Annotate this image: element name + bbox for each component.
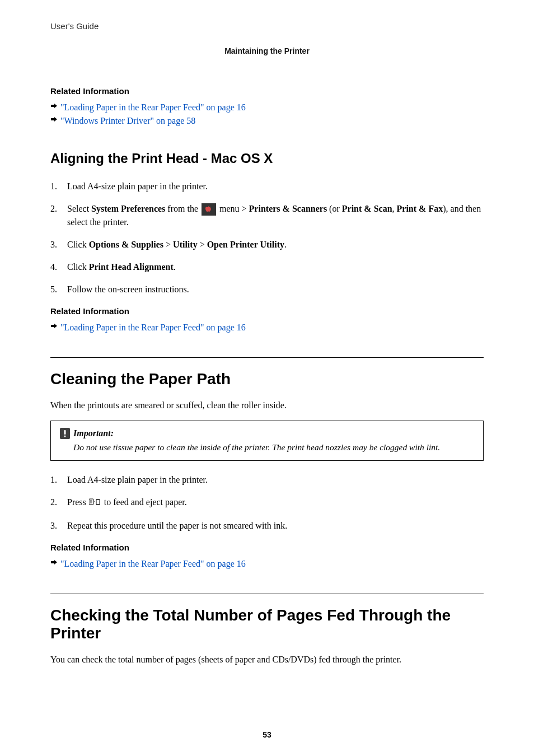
page-number: 53 bbox=[0, 730, 534, 739]
list-item: 1. Load A4-size plain paper in the print… bbox=[50, 473, 484, 487]
list-number: 1. bbox=[50, 473, 60, 487]
section-title: Maintaining the Printer bbox=[50, 46, 484, 55]
related-link[interactable]: "Loading Paper in the Rear Paper Feed" o… bbox=[60, 559, 246, 569]
list-number: 5. bbox=[50, 283, 60, 296]
arrow-icon bbox=[50, 559, 57, 569]
heading-cleaning: Cleaning the Paper Path bbox=[50, 357, 484, 388]
related-link-row: "Windows Printer Driver" on page 58 bbox=[50, 116, 484, 126]
related-info-heading: Related Information bbox=[50, 306, 484, 316]
important-label: Important: bbox=[73, 428, 114, 438]
related-link-row: "Loading Paper in the Rear Paper Feed" o… bbox=[50, 102, 484, 113]
list-text: Select System Preferences from the menu … bbox=[67, 202, 484, 229]
related-info-heading: Related Information bbox=[50, 543, 484, 552]
svg-point-1 bbox=[64, 436, 66, 437]
list-text: Click Print Head Alignment. bbox=[67, 260, 484, 274]
list-item: 1. Load A4-size plain paper in the print… bbox=[50, 180, 484, 193]
body-text: When the printouts are smeared or scuffe… bbox=[50, 400, 484, 410]
important-note: Important: Do not use tissue paper to cl… bbox=[50, 421, 484, 461]
related-link[interactable]: "Loading Paper in the Rear Paper Feed" o… bbox=[60, 323, 246, 333]
list-item: 3. Click Options & Supplies > Utility > … bbox=[50, 238, 484, 251]
list-item: 2. Select System Preferences from the me… bbox=[50, 202, 484, 229]
related-link-row: "Loading Paper in the Rear Paper Feed" o… bbox=[50, 559, 484, 569]
related-link[interactable]: "Windows Printer Driver" on page 58 bbox=[60, 116, 195, 126]
list-text: Repeat this procedure until the paper is… bbox=[67, 519, 484, 533]
important-text: Do not use tissue paper to clean the ins… bbox=[60, 442, 474, 452]
list-number: 4. bbox=[50, 260, 60, 274]
list-item: 5. Follow the on-screen instructions. bbox=[50, 283, 484, 296]
body-text: You can check the total number of pages … bbox=[50, 655, 484, 665]
important-icon bbox=[60, 428, 70, 439]
list-text: Follow the on-screen instructions. bbox=[67, 283, 484, 296]
list-text: Load A4-size plain paper in the printer. bbox=[67, 180, 484, 193]
heading-checking: Checking the Total Number of Pages Fed T… bbox=[50, 594, 484, 642]
arrow-icon bbox=[50, 116, 57, 126]
paper-feed-icon bbox=[89, 497, 101, 510]
list-number: 2. bbox=[50, 496, 60, 510]
list-item: 3. Repeat this procedure until the paper… bbox=[50, 519, 484, 533]
svg-point-3 bbox=[94, 501, 95, 502]
list-item: 2. Press to feed and eject paper. bbox=[50, 496, 484, 510]
list-text: Click Options & Supplies > Utility > Ope… bbox=[67, 238, 484, 251]
svg-rect-0 bbox=[64, 430, 66, 435]
related-link-row: "Loading Paper in the Rear Paper Feed" o… bbox=[50, 323, 484, 333]
related-info-heading: Related Information bbox=[50, 86, 484, 96]
apple-icon bbox=[202, 203, 216, 216]
list-number: 1. bbox=[50, 180, 60, 193]
list-number: 3. bbox=[50, 519, 60, 533]
related-link[interactable]: "Loading Paper in the Rear Paper Feed" o… bbox=[60, 102, 246, 113]
list-text: Press to feed and eject paper. bbox=[67, 496, 484, 510]
list-number: 3. bbox=[50, 238, 60, 251]
list-number: 2. bbox=[50, 202, 60, 229]
list-text: Load A4-size plain paper in the printer. bbox=[67, 473, 484, 487]
guide-title: User's Guide bbox=[50, 21, 484, 31]
list-item: 4. Click Print Head Alignment. bbox=[50, 260, 484, 274]
heading-aligning-mac: Aligning the Print Head - Mac OS X bbox=[50, 151, 484, 166]
arrow-icon bbox=[50, 102, 57, 113]
arrow-icon bbox=[50, 323, 57, 333]
